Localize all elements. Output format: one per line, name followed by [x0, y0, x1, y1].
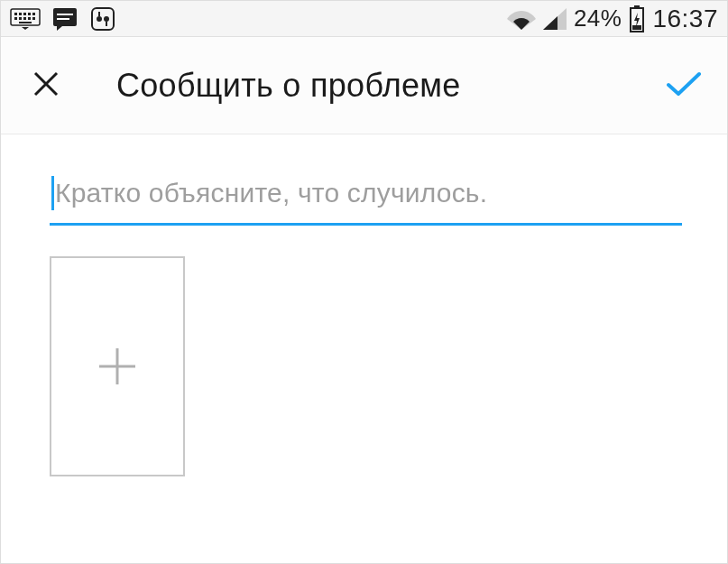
content-area	[1, 134, 727, 476]
app-header: Сообщить о проблеме	[1, 37, 727, 134]
page-title: Сообщить о проблеме	[116, 67, 664, 105]
svg-rect-11	[19, 22, 32, 23]
svg-rect-14	[57, 18, 69, 20]
svg-rect-7	[19, 17, 22, 20]
svg-rect-15	[92, 8, 114, 30]
svg-rect-22	[632, 25, 641, 30]
input-wrapper	[50, 178, 682, 226]
svg-rect-1	[14, 13, 17, 15]
svg-rect-6	[14, 17, 17, 20]
close-icon	[32, 70, 60, 101]
svg-rect-18	[98, 12, 100, 16]
battery-percentage: 24%	[574, 5, 622, 32]
submit-button[interactable]	[664, 66, 704, 106]
svg-point-16	[97, 16, 102, 22]
clock: 16:37	[652, 5, 718, 33]
svg-rect-9	[28, 17, 31, 20]
svg-rect-2	[19, 13, 22, 15]
text-cursor	[51, 176, 54, 210]
check-icon	[665, 69, 703, 103]
close-button[interactable]	[28, 68, 64, 104]
svg-point-17	[104, 16, 109, 22]
svg-rect-8	[23, 17, 26, 20]
svg-rect-3	[23, 13, 26, 15]
svg-rect-5	[32, 13, 35, 15]
signal-icon	[543, 8, 567, 30]
svg-rect-4	[28, 13, 31, 15]
chat-icon	[51, 6, 78, 32]
notification-icon	[89, 5, 116, 32]
status-bar: 24% 16:37	[1, 1, 727, 37]
add-attachment-button[interactable]	[50, 256, 185, 476]
svg-rect-12	[53, 8, 77, 26]
status-left-icons	[10, 5, 116, 32]
plus-icon	[92, 341, 143, 392]
svg-rect-10	[32, 17, 35, 20]
problem-description-input[interactable]	[50, 178, 682, 208]
battery-icon	[629, 5, 645, 32]
keyboard-icon	[10, 8, 41, 30]
status-right-icons: 24% 16:37	[507, 5, 718, 33]
svg-rect-19	[106, 22, 107, 26]
wifi-icon	[507, 8, 536, 30]
svg-rect-13	[57, 14, 73, 15]
